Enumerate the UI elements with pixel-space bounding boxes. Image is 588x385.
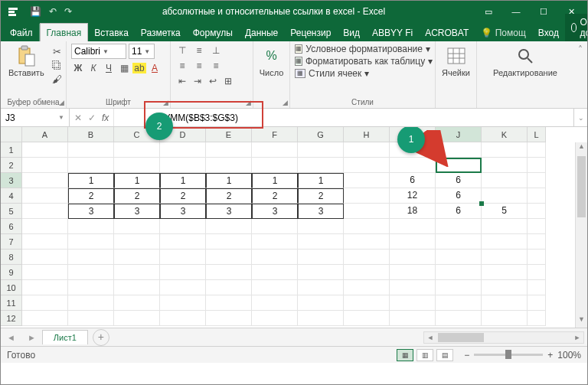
- cell[interactable]: [390, 280, 436, 295]
- enter-formula-icon[interactable]: ✓: [88, 113, 96, 123]
- select-all-corner[interactable]: [1, 127, 22, 142]
- cell[interactable]: [344, 204, 390, 219]
- cell[interactable]: [206, 311, 252, 326]
- cell[interactable]: [68, 234, 114, 250]
- format-painter-icon[interactable]: 🖌: [51, 73, 64, 85]
- cell[interactable]: [482, 142, 528, 158]
- cell[interactable]: [482, 234, 528, 250]
- cell[interactable]: [344, 173, 390, 188]
- cell[interactable]: [206, 250, 252, 265]
- row-header[interactable]: 11: [1, 295, 22, 311]
- cell[interactable]: 3: [298, 204, 344, 219]
- cell[interactable]: [160, 250, 206, 265]
- cell[interactable]: [206, 280, 252, 295]
- cell[interactable]: [114, 250, 160, 265]
- tab-data[interactable]: Данные: [239, 24, 284, 41]
- tab-view[interactable]: Вид: [337, 24, 366, 41]
- share-button[interactable]: Общий доступ: [565, 14, 588, 41]
- editing-button[interactable]: Редактирование: [482, 44, 569, 79]
- cell[interactable]: [482, 265, 528, 280]
- zoom-slider[interactable]: [474, 354, 543, 356]
- align-bottom-button[interactable]: ⊥: [209, 44, 223, 57]
- cell[interactable]: [160, 234, 206, 250]
- cell[interactable]: [252, 234, 298, 250]
- align-center-button[interactable]: ≡: [192, 59, 206, 73]
- cell[interactable]: 1: [160, 173, 206, 188]
- cell[interactable]: 3: [252, 204, 298, 219]
- tab-abbyy[interactable]: ABBYY Fi: [366, 24, 419, 41]
- cell[interactable]: [252, 158, 298, 173]
- cell[interactable]: [390, 219, 436, 234]
- row-header[interactable]: 10: [1, 280, 22, 295]
- row-header[interactable]: 3: [1, 173, 22, 188]
- cell[interactable]: [252, 265, 298, 280]
- cell[interactable]: 3: [114, 204, 160, 219]
- cell[interactable]: [298, 219, 344, 234]
- cell[interactable]: [206, 265, 252, 280]
- view-normal-button[interactable]: ▦: [397, 349, 413, 361]
- cell[interactable]: [482, 311, 528, 326]
- cell[interactable]: 2: [160, 188, 206, 204]
- cell[interactable]: [22, 265, 68, 280]
- cell[interactable]: 1: [206, 173, 252, 188]
- tab-file[interactable]: Файл: [4, 24, 40, 41]
- cell[interactable]: [436, 234, 482, 250]
- cell[interactable]: [344, 311, 390, 326]
- number-format-button[interactable]: % Число: [258, 44, 285, 79]
- cell[interactable]: [114, 219, 160, 234]
- fill-handle[interactable]: [479, 201, 484, 206]
- spreadsheet-grid[interactable]: ABCDEFGHIJKL1231111116642222221265333333…: [1, 127, 587, 328]
- cell[interactable]: 3: [206, 204, 252, 219]
- cell[interactable]: [68, 219, 114, 234]
- cell[interactable]: [482, 219, 528, 234]
- cells-button[interactable]: Ячейки: [440, 44, 472, 79]
- cell[interactable]: [482, 188, 528, 204]
- cell[interactable]: 2: [114, 188, 160, 204]
- cell[interactable]: [206, 142, 252, 158]
- format-as-table-button[interactable]: ▦Форматировать как таблицу ▾: [295, 56, 430, 67]
- cell[interactable]: [390, 311, 436, 326]
- cell[interactable]: [252, 280, 298, 295]
- cell[interactable]: [298, 295, 344, 311]
- col-header[interactable]: A: [22, 127, 68, 142]
- align-top-button[interactable]: ⊤: [175, 44, 189, 57]
- cell[interactable]: 18: [390, 204, 436, 219]
- cell[interactable]: [114, 280, 160, 295]
- cell[interactable]: [22, 173, 68, 188]
- cell[interactable]: [528, 173, 546, 188]
- row-header[interactable]: 8: [1, 250, 22, 265]
- cell[interactable]: [252, 250, 298, 265]
- cell[interactable]: [528, 311, 546, 326]
- col-header[interactable]: E: [206, 127, 252, 142]
- cell-styles-button[interactable]: ▦Стили ячеек ▾: [295, 68, 430, 79]
- cell[interactable]: [114, 311, 160, 326]
- cell[interactable]: [528, 188, 546, 204]
- cell[interactable]: 5: [482, 204, 528, 219]
- cell[interactable]: [252, 219, 298, 234]
- cell[interactable]: [160, 265, 206, 280]
- cell[interactable]: 2: [298, 188, 344, 204]
- cell[interactable]: [344, 250, 390, 265]
- col-header[interactable]: K: [482, 127, 528, 142]
- add-sheet-button[interactable]: +: [93, 329, 109, 346]
- cell[interactable]: [22, 250, 68, 265]
- cell[interactable]: [528, 204, 546, 219]
- row-header[interactable]: 5: [1, 204, 22, 219]
- number-launcher-icon[interactable]: ◢: [283, 99, 288, 106]
- formula-bar[interactable]: =СУММ($B$3:$G$3): [114, 109, 573, 126]
- cell[interactable]: [68, 280, 114, 295]
- cell[interactable]: [344, 188, 390, 204]
- tab-review[interactable]: Рецензир: [284, 24, 337, 41]
- cell[interactable]: [160, 280, 206, 295]
- cell[interactable]: [344, 234, 390, 250]
- app-menu-icon[interactable]: [8, 8, 21, 16]
- decrease-indent-button[interactable]: ⇤: [175, 74, 189, 88]
- font-launcher-icon[interactable]: ◢: [163, 99, 168, 106]
- row-header[interactable]: 1: [1, 142, 22, 158]
- cell[interactable]: [436, 265, 482, 280]
- cell[interactable]: [68, 142, 114, 158]
- cell[interactable]: 6: [436, 173, 482, 188]
- cell[interactable]: 3: [160, 204, 206, 219]
- font-size-combo[interactable]: 11▼: [129, 44, 155, 59]
- cell[interactable]: [68, 311, 114, 326]
